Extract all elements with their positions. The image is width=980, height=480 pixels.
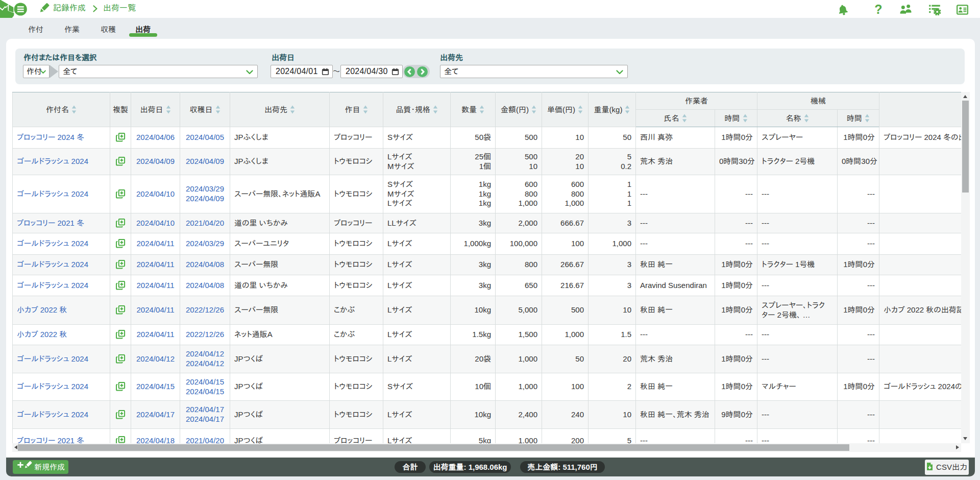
svg-text:?: ?: [874, 4, 882, 16]
